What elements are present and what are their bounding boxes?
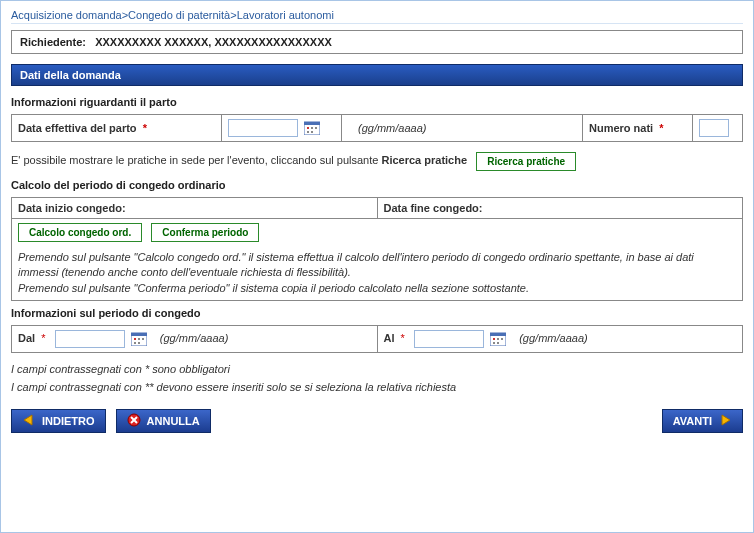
svg-rect-8 bbox=[131, 333, 147, 336]
svg-rect-1 bbox=[304, 122, 320, 125]
svg-rect-13 bbox=[138, 342, 140, 344]
arrow-left-icon bbox=[22, 413, 36, 429]
birth-info-heading: Informazioni riguardanti il parto bbox=[11, 96, 743, 108]
svg-rect-3 bbox=[311, 127, 313, 129]
confirm-period-button[interactable]: Conferma periodo bbox=[151, 223, 259, 242]
next-button[interactable]: AVANTI bbox=[662, 409, 743, 433]
back-label: INDIETRO bbox=[42, 415, 95, 427]
birth-count-input[interactable] bbox=[699, 119, 729, 137]
svg-rect-5 bbox=[307, 131, 309, 133]
arrow-right-icon bbox=[718, 413, 732, 429]
required-star: * bbox=[656, 122, 663, 134]
cancel-button[interactable]: ANNULLA bbox=[116, 409, 211, 433]
leave-calc-box: Data inizio congedo: Data fine congedo: … bbox=[11, 197, 743, 301]
search-info-line: E' possibile mostrare le pratiche in sed… bbox=[11, 152, 743, 171]
required-star: * bbox=[38, 332, 45, 344]
section-title: Dati della domanda bbox=[11, 64, 743, 86]
svg-rect-6 bbox=[311, 131, 313, 133]
svg-rect-11 bbox=[142, 338, 144, 340]
date-format-hint: (gg/mm/aaaa) bbox=[519, 332, 587, 344]
cancel-icon bbox=[127, 413, 141, 429]
period-table: Dal * (gg/mm/aaaa) Al * (gg/mm/aaaa) bbox=[11, 325, 743, 353]
svg-rect-15 bbox=[490, 333, 506, 336]
svg-rect-10 bbox=[138, 338, 140, 340]
cancel-label: ANNULLA bbox=[147, 415, 200, 427]
leave-start-label: Data inizio congedo: bbox=[12, 198, 378, 218]
svg-rect-2 bbox=[307, 127, 309, 129]
svg-marker-21 bbox=[24, 415, 32, 425]
svg-rect-20 bbox=[497, 342, 499, 344]
required-star: * bbox=[398, 332, 405, 344]
breadcrumb: Acquisizione domanda>Congedo di paternit… bbox=[11, 7, 743, 24]
leave-calc-heading: Calcolo del periodo di congedo ordinario bbox=[11, 179, 743, 191]
footer-buttons: INDIETRO ANNULLA AVANTI bbox=[11, 409, 743, 433]
mandatory-note-1: I campi contrassegnati con * sono obblig… bbox=[11, 363, 743, 375]
svg-rect-9 bbox=[134, 338, 136, 340]
search-text-bold: Ricerca pratiche bbox=[381, 154, 467, 166]
required-star: * bbox=[140, 122, 147, 134]
calendar-icon[interactable] bbox=[131, 331, 147, 348]
svg-rect-4 bbox=[315, 127, 317, 129]
leave-end-label: Data fine congedo: bbox=[378, 198, 743, 218]
svg-rect-17 bbox=[497, 338, 499, 340]
period-from-label: Dal bbox=[18, 332, 35, 344]
applicant-label: Richiedente: bbox=[20, 36, 86, 48]
birth-info-table: Data effettiva del parto * (gg/mm/aaaa) … bbox=[11, 114, 743, 142]
calc-leave-button[interactable]: Calcolo congedo ord. bbox=[18, 223, 142, 242]
birth-date-input[interactable] bbox=[228, 119, 298, 137]
svg-marker-25 bbox=[722, 415, 730, 425]
svg-rect-19 bbox=[493, 342, 495, 344]
period-to-label: Al bbox=[384, 332, 395, 344]
date-format-hint: (gg/mm/aaaa) bbox=[160, 332, 228, 344]
leave-calc-hint2: Premendo sul pulsante "Conferma periodo"… bbox=[18, 281, 736, 296]
svg-rect-18 bbox=[501, 338, 503, 340]
applicant-box: Richiedente: XXXXXXXXX XXXXXX, XXXXXXXXX… bbox=[11, 30, 743, 54]
applicant-value: XXXXXXXXX XXXXXX, XXXXXXXXXXXXXXXX bbox=[95, 36, 332, 48]
page-container: Acquisizione domanda>Congedo di paternit… bbox=[0, 0, 754, 533]
calendar-icon[interactable] bbox=[304, 120, 320, 137]
calendar-icon[interactable] bbox=[490, 331, 506, 348]
date-format-hint: (gg/mm/aaaa) bbox=[358, 122, 426, 134]
period-to-input[interactable] bbox=[414, 330, 484, 348]
next-label: AVANTI bbox=[673, 415, 712, 427]
svg-rect-12 bbox=[134, 342, 136, 344]
search-text-prefix: E' possibile mostrare le pratiche in sed… bbox=[11, 154, 381, 166]
leave-calc-hint1: Premendo sul pulsante "Calcolo congedo o… bbox=[18, 250, 736, 281]
period-info-heading: Informazioni sul periodo di congedo bbox=[11, 307, 743, 319]
birth-count-label: Numero nati bbox=[589, 122, 653, 134]
mandatory-note-2: I campi contrassegnati con ** devono ess… bbox=[11, 381, 743, 393]
period-from-input[interactable] bbox=[55, 330, 125, 348]
search-practices-button[interactable]: Ricerca pratiche bbox=[476, 152, 576, 171]
birth-date-label: Data effettiva del parto bbox=[18, 122, 137, 134]
svg-rect-16 bbox=[493, 338, 495, 340]
back-button[interactable]: INDIETRO bbox=[11, 409, 106, 433]
